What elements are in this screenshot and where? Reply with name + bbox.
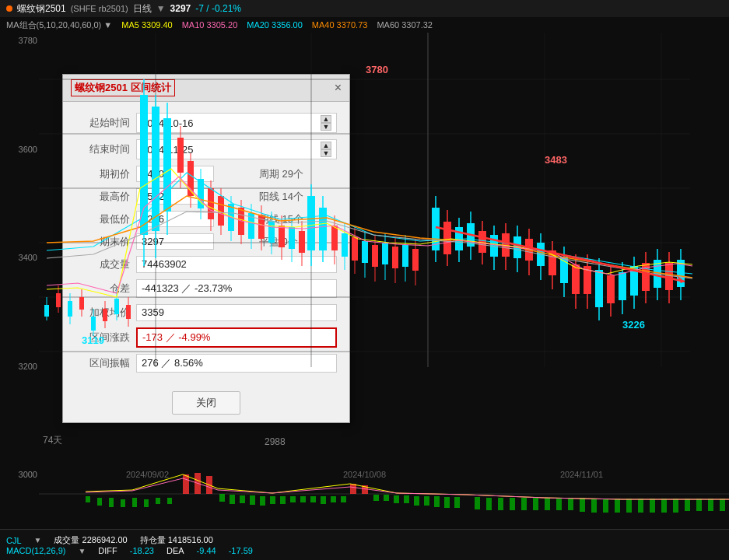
svg-rect-67 bbox=[342, 233, 348, 257]
svg-rect-164 bbox=[424, 496, 429, 506]
svg-rect-31 bbox=[152, 107, 159, 231]
svg-rect-148 bbox=[260, 496, 265, 506]
svg-rect-111 bbox=[595, 270, 603, 307]
dea-val: -9.44 bbox=[197, 546, 216, 555]
svg-rect-176 bbox=[568, 498, 573, 510]
svg-rect-53 bbox=[268, 221, 275, 243]
svg-rect-167 bbox=[454, 497, 460, 508]
svg-rect-71 bbox=[362, 241, 368, 263]
status-dot bbox=[6, 5, 12, 12]
svg-rect-174 bbox=[545, 498, 550, 510]
svg-rect-182 bbox=[638, 499, 643, 513]
svg-rect-79 bbox=[402, 245, 408, 267]
x-axis: 2024/09/02 2024/10/08 2024/11/01 bbox=[39, 467, 690, 482]
symbol-title: 螺纹钢2501 bbox=[17, 2, 66, 16]
svg-rect-178 bbox=[591, 499, 597, 513]
svg-rect-152 bbox=[300, 496, 306, 502]
svg-rect-150 bbox=[280, 496, 286, 504]
svg-text:3780: 3780 bbox=[366, 64, 388, 75]
svg-rect-29 bbox=[140, 95, 148, 235]
y-label-3600: 3600 bbox=[2, 145, 37, 154]
cjl-label: CJL bbox=[6, 536, 22, 545]
x-label-nov: 2024/11/01 bbox=[560, 470, 603, 479]
svg-rect-153 bbox=[310, 496, 316, 502]
svg-rect-175 bbox=[556, 498, 562, 510]
svg-rect-154 bbox=[321, 496, 326, 504]
svg-rect-65 bbox=[331, 226, 338, 250]
ma-bar: MA组合(5,10,20,40,60,0) ▼ MA5 3309.40 MA10… bbox=[0, 17, 729, 33]
y-label-3400: 3400 bbox=[2, 253, 37, 262]
svg-rect-61 bbox=[307, 196, 315, 250]
svg-rect-63 bbox=[319, 208, 327, 250]
diff-val: -18.23 bbox=[130, 546, 154, 555]
svg-rect-35 bbox=[177, 138, 184, 173]
svg-rect-144 bbox=[219, 494, 225, 502]
svg-rect-186 bbox=[685, 499, 690, 511]
svg-rect-172 bbox=[521, 498, 527, 510]
ma5-label: MA5 3309.40 bbox=[121, 20, 172, 30]
svg-rect-25 bbox=[114, 299, 119, 314]
svg-rect-147 bbox=[250, 495, 255, 505]
x-label-oct: 2024/10/08 bbox=[343, 470, 386, 479]
volume-val: 成交量 2286942.00 bbox=[54, 534, 127, 546]
svg-rect-165 bbox=[434, 496, 440, 507]
x-label-sep: 2024/09/02 bbox=[126, 470, 169, 479]
price-change: -7 / -0.21% bbox=[195, 3, 241, 14]
svg-rect-139 bbox=[156, 498, 160, 504]
svg-rect-189 bbox=[720, 499, 725, 511]
dea-label: DEA bbox=[166, 546, 184, 555]
svg-rect-171 bbox=[510, 498, 515, 510]
svg-rect-180 bbox=[615, 499, 620, 513]
ma10-label: MA10 3305.20 bbox=[182, 20, 238, 30]
svg-rect-73 bbox=[372, 245, 378, 267]
bottom-bar: CJL ▼ 成交量 2286942.00 持仓量 1418516.00 MACD… bbox=[0, 529, 729, 560]
svg-rect-173 bbox=[533, 498, 538, 510]
svg-rect-107 bbox=[572, 264, 580, 294]
svg-rect-15 bbox=[56, 293, 61, 307]
y-label-3780: 3780 bbox=[2, 36, 37, 45]
svg-text:3119: 3119 bbox=[82, 334, 104, 346]
svg-rect-159 bbox=[373, 495, 379, 501]
svg-rect-161 bbox=[394, 495, 399, 503]
timeframe-label[interactable]: 日线 bbox=[133, 2, 152, 16]
y-axis: 3780 3600 3400 3200 3000 bbox=[0, 33, 39, 482]
svg-rect-57 bbox=[289, 227, 295, 249]
main-chart: 3483 3780 3226 3119 bbox=[0, 33, 729, 453]
svg-rect-188 bbox=[708, 499, 713, 511]
svg-rect-85 bbox=[443, 222, 451, 254]
svg-rect-133 bbox=[86, 496, 90, 502]
svg-rect-123 bbox=[665, 263, 673, 290]
svg-rect-77 bbox=[392, 247, 398, 268]
svg-text:3483: 3483 bbox=[545, 154, 567, 166]
macd-val: -17.59 bbox=[229, 546, 253, 555]
svg-rect-155 bbox=[331, 496, 336, 502]
ma-combo-label[interactable]: MA组合(5,10,20,40,60,0) ▼ bbox=[6, 19, 112, 31]
svg-rect-149 bbox=[270, 496, 275, 504]
svg-rect-13 bbox=[44, 305, 49, 317]
diff-label: DIFF bbox=[98, 546, 117, 555]
exchange-code: (SHFE rb2501) bbox=[71, 4, 128, 13]
ma20-label: MA20 3356.00 bbox=[247, 20, 303, 30]
svg-rect-151 bbox=[290, 496, 296, 502]
y-label-3200: 3200 bbox=[2, 362, 37, 371]
svg-rect-135 bbox=[109, 498, 114, 507]
current-price: 3297 bbox=[170, 3, 191, 14]
svg-rect-81 bbox=[412, 249, 419, 271]
svg-text:3226: 3226 bbox=[622, 319, 645, 331]
svg-rect-115 bbox=[619, 272, 626, 300]
position-val: 持仓量 1418516.00 bbox=[140, 534, 213, 546]
svg-rect-138 bbox=[144, 499, 149, 507]
svg-rect-17 bbox=[68, 301, 72, 317]
macd-label: MACD(12,26,9) bbox=[6, 546, 65, 555]
svg-rect-137 bbox=[132, 498, 137, 507]
svg-rect-41 bbox=[208, 188, 214, 219]
svg-rect-113 bbox=[607, 275, 615, 303]
svg-rect-162 bbox=[404, 495, 409, 503]
svg-rect-183 bbox=[650, 499, 655, 513]
svg-rect-75 bbox=[382, 243, 388, 264]
svg-rect-168 bbox=[475, 497, 480, 509]
svg-rect-160 bbox=[384, 495, 389, 501]
svg-rect-21 bbox=[91, 317, 96, 331]
svg-rect-19 bbox=[79, 297, 84, 310]
svg-rect-163 bbox=[414, 496, 419, 506]
